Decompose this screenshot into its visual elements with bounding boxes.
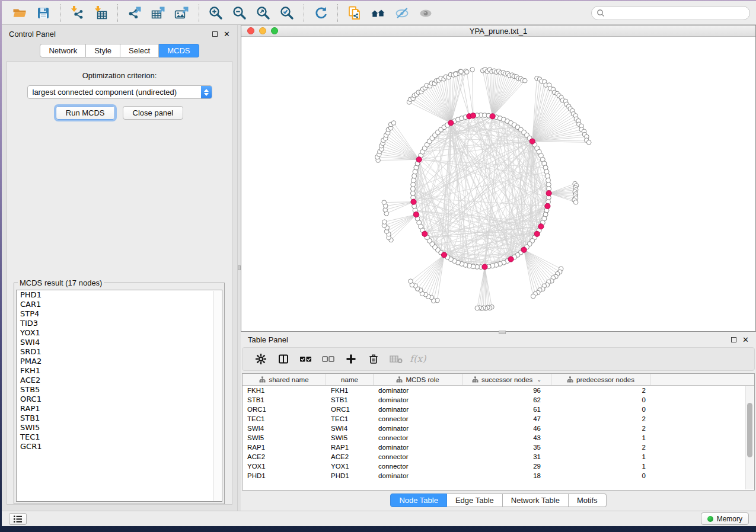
horizontal-splitter-handle[interactable]: [499, 331, 506, 334]
float-panel-icon[interactable]: [212, 31, 218, 37]
mcds-result-item[interactable]: FKH1: [17, 366, 222, 376]
control-panel-header: Control Panel ✕: [2, 25, 237, 43]
show-all-button[interactable]: [414, 3, 438, 23]
cell-shared-name: ORC1: [243, 406, 326, 413]
delete-column-button[interactable]: [362, 350, 385, 368]
mcds-list-scrollbar[interactable]: [213, 291, 221, 501]
tab-edge-table[interactable]: Edge Table: [447, 493, 503, 507]
network-canvas[interactable]: [241, 37, 755, 331]
table-header-row: shared namenameMCDS rolesuccessor nodes⌄…: [243, 374, 754, 386]
search-box[interactable]: [591, 6, 750, 20]
select-value: largest connected component (undirected): [28, 88, 201, 97]
mcds-result-item[interactable]: SWI5: [17, 423, 222, 432]
table-row[interactable]: RAP1RAP1dominator352: [243, 443, 754, 452]
column-label: shared name: [269, 376, 308, 383]
cell-predecessor-nodes: 1: [551, 434, 650, 441]
table-scrollbar[interactable]: [745, 386, 754, 489]
mcds-result-item[interactable]: RAP1: [17, 404, 222, 414]
zoom-out-button[interactable]: [228, 3, 251, 23]
toggle-columns-button[interactable]: [272, 350, 295, 368]
cell-MCDS-role: dominator: [374, 406, 462, 413]
column-header-successor-nodes[interactable]: successor nodes⌄: [462, 374, 551, 385]
mcds-result-item[interactable]: STB1: [17, 414, 222, 423]
column-header-predecessor-nodes[interactable]: predecessor nodes: [551, 374, 650, 385]
optimization-criterion-select[interactable]: largest connected component (undirected): [27, 85, 212, 99]
zoom-fit-button[interactable]: [251, 3, 275, 23]
add-column-button[interactable]: [340, 350, 362, 368]
import-network-button[interactable]: [65, 3, 89, 23]
mcds-result-item[interactable]: ACE2: [17, 376, 222, 385]
mcds-result-item[interactable]: STB5: [17, 385, 222, 395]
table-row[interactable]: ACE2ACE2connector311: [243, 452, 754, 462]
tab-mcds[interactable]: MCDS: [159, 44, 199, 57]
mcds-result-item[interactable]: PHD1: [17, 290, 222, 300]
mcds-result-item[interactable]: PMA2: [17, 357, 222, 366]
hide-selected-button[interactable]: [390, 3, 414, 23]
cell-name: RAP1: [326, 444, 374, 451]
table-scrollbar-thumb[interactable]: [747, 403, 752, 457]
column-header-MCDS-role[interactable]: MCDS role: [374, 374, 462, 385]
mcds-result-item[interactable]: TEC1: [17, 432, 222, 442]
table-row[interactable]: YOX1YOX1connector291: [243, 462, 754, 471]
first-neighbors-button[interactable]: [366, 3, 390, 23]
table-row[interactable]: TEC1TEC1connector472: [243, 414, 754, 424]
tab-network-table[interactable]: Network Table: [503, 493, 569, 507]
memory-button[interactable]: Memory: [701, 512, 749, 525]
memory-label: Memory: [717, 515, 742, 523]
apply-layout-button[interactable]: [309, 3, 333, 23]
desktop-wallpaper: Control Panel ✕ NetworkStyleSelectMCDS O…: [0, 0, 756, 532]
cell-MCDS-role: connector: [374, 463, 462, 470]
table-row[interactable]: STB1STB1dominator620: [243, 395, 754, 405]
table-settings-button[interactable]: [250, 350, 272, 368]
close-table-panel-icon[interactable]: ✕: [742, 336, 749, 344]
mcds-result-item[interactable]: SRD1: [17, 347, 222, 357]
close-panel-button[interactable]: Close panel: [123, 106, 184, 120]
table-row[interactable]: SWI4SWI4dominator462: [243, 424, 754, 433]
search-input[interactable]: [608, 9, 745, 17]
column-header-filler: [650, 374, 754, 385]
tab-style[interactable]: Style: [86, 44, 120, 57]
toolbar-buttons: [8, 1, 438, 24]
tab-node-table[interactable]: Node Table: [390, 493, 447, 507]
control-panel-title: Control Panel: [9, 30, 56, 39]
import-table-button[interactable]: [89, 3, 113, 23]
task-history-button[interactable]: [9, 513, 27, 525]
table-row[interactable]: SWI5SWI5connector431: [243, 433, 754, 443]
zoom-in-button[interactable]: [204, 3, 228, 23]
mcds-result-item[interactable]: STP4: [17, 309, 222, 319]
table-row[interactable]: PHD1PHD1dominator180: [243, 471, 754, 480]
tab-select[interactable]: Select: [120, 44, 159, 57]
export-network-button[interactable]: [123, 3, 146, 23]
zoom-selected-button[interactable]: [275, 3, 299, 23]
mcds-result-item[interactable]: CAR1: [17, 300, 222, 309]
export-image-button[interactable]: [170, 3, 194, 23]
table-rows: FKH1FKH1dominator962STB1STB1dominator620…: [243, 386, 754, 490]
mcds-result-item[interactable]: SWI4: [17, 338, 222, 347]
table-row[interactable]: ORC1ORC1dominator610: [243, 405, 754, 414]
new-network-from-selection-button[interactable]: [343, 3, 366, 23]
copy-network-icon: [347, 5, 362, 21]
table-tabs: Node TableEdge TableNetwork TableMotifs: [242, 493, 755, 507]
open-session-button[interactable]: [8, 3, 31, 23]
cell-shared-name: ACE2: [243, 453, 326, 460]
close-panel-icon[interactable]: ✕: [224, 30, 230, 38]
float-table-panel-icon[interactable]: [731, 337, 736, 342]
clear-all-checks-button[interactable]: [317, 350, 340, 368]
svg-text:f(x): f(x): [410, 353, 426, 364]
mcds-result-item[interactable]: TID3: [17, 319, 222, 328]
column-header-shared-name[interactable]: shared name: [243, 374, 326, 385]
column-header-name[interactable]: name: [326, 374, 374, 385]
mcds-result-item[interactable]: GCR1: [17, 442, 222, 451]
tab-network[interactable]: Network: [40, 44, 86, 57]
table-row[interactable]: FKH1FKH1dominator962: [243, 386, 754, 395]
zoom-out-icon: [232, 5, 247, 21]
cell-name: STB1: [326, 396, 374, 403]
export-table-button[interactable]: [146, 3, 170, 23]
save-session-button[interactable]: [31, 3, 55, 23]
columns-icon: [277, 353, 289, 365]
mcds-result-item[interactable]: YOX1: [17, 328, 222, 338]
mcds-result-item[interactable]: ORC1: [17, 395, 222, 404]
run-mcds-button[interactable]: Run MCDS: [56, 106, 115, 120]
tab-motifs[interactable]: Motifs: [569, 493, 607, 507]
select-all-checks-button[interactable]: [295, 350, 317, 368]
